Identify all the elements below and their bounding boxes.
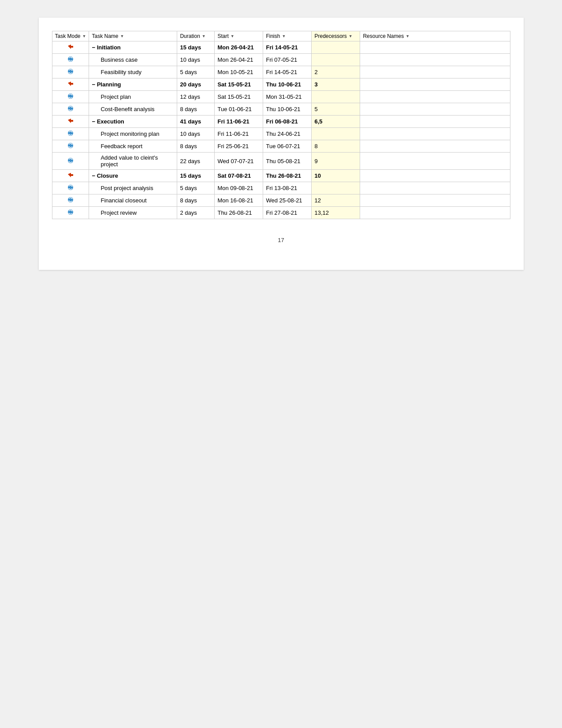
header-duration[interactable]: Duration ▼ bbox=[177, 31, 215, 41]
mode-cell bbox=[52, 140, 89, 153]
duration-cell: 15 days bbox=[177, 41, 215, 54]
task-name-cell: Added value to cleint's project bbox=[89, 153, 177, 170]
predecessors-cell: 13,12 bbox=[312, 207, 360, 219]
task-name-cell: Financial closeout bbox=[89, 194, 177, 207]
summary-prefix: − Closure bbox=[92, 172, 118, 179]
summary-prefix: − Execution bbox=[92, 118, 124, 125]
task-name-cell: Feedback report bbox=[89, 140, 177, 153]
predecessors-cell bbox=[312, 182, 360, 194]
resource-cell bbox=[360, 153, 510, 170]
resource-cell bbox=[360, 194, 510, 207]
resource-cell bbox=[360, 41, 510, 54]
table-row: Business case10 daysMon 26-04-21Fri 07-0… bbox=[52, 54, 510, 66]
header-start-arrow: ▼ bbox=[231, 34, 234, 38]
summary-prefix: − Initiation bbox=[92, 44, 120, 51]
table-row: Feedback report8 daysFri 25-06-21Tue 06-… bbox=[52, 140, 510, 153]
mode-cell bbox=[52, 41, 89, 54]
resource-cell bbox=[360, 54, 510, 66]
table-row: − Execution41 daysFri 11-06-21Fri 06-08-… bbox=[52, 116, 510, 128]
resource-cell bbox=[360, 182, 510, 194]
start-cell: Mon 26-04-21 bbox=[215, 54, 263, 66]
start-cell: Sat 15-05-21 bbox=[215, 91, 263, 103]
header-start-label: Start bbox=[217, 33, 228, 39]
header-name-arrow: ▼ bbox=[120, 34, 124, 38]
resource-cell bbox=[360, 91, 510, 103]
start-cell: Mon 10-05-21 bbox=[215, 66, 263, 78]
mode-cell bbox=[52, 170, 89, 182]
table-row: − Planning20 daysSat 15-05-21Thu 10-06-2… bbox=[52, 78, 510, 91]
header-mode[interactable]: Task Mode ▼ bbox=[52, 31, 89, 41]
mode-cell bbox=[52, 91, 89, 103]
header-finish[interactable]: Finish ▼ bbox=[263, 31, 312, 41]
finish-cell: Fri 07-05-21 bbox=[263, 54, 312, 66]
start-cell: Mon 16-08-21 bbox=[215, 194, 263, 207]
table-row: Post project analysis5 daysMon 09-08-21F… bbox=[52, 182, 510, 194]
task-name: Business case bbox=[92, 56, 174, 63]
task-name: Feasibility study bbox=[92, 69, 174, 75]
predecessors-cell bbox=[312, 41, 360, 54]
finish-cell: Fri 14-05-21 bbox=[263, 66, 312, 78]
resource-cell bbox=[360, 78, 510, 91]
finish-cell: Thu 10-06-21 bbox=[263, 78, 312, 91]
header-finish-label: Finish bbox=[266, 33, 280, 39]
mode-cell bbox=[52, 153, 89, 170]
mode-cell bbox=[52, 194, 89, 207]
start-cell: Fri 11-06-21 bbox=[215, 116, 263, 128]
duration-cell: 20 days bbox=[177, 78, 215, 91]
header-resource[interactable]: Resource Names ▼ bbox=[360, 31, 510, 41]
duration-cell: 12 days bbox=[177, 91, 215, 103]
finish-cell: Thu 26-08-21 bbox=[263, 170, 312, 182]
header-predecessors[interactable]: Predecessors ▼ bbox=[312, 31, 360, 41]
mode-cell bbox=[52, 66, 89, 78]
duration-cell: 8 days bbox=[177, 103, 215, 116]
task-name: Project plan bbox=[92, 93, 174, 100]
task-name: Added value to cleint's project bbox=[92, 154, 174, 168]
header-predecessors-label: Predecessors bbox=[314, 33, 346, 39]
finish-cell: Thu 10-06-21 bbox=[263, 103, 312, 116]
duration-cell: 15 days bbox=[177, 170, 215, 182]
resource-cell bbox=[360, 207, 510, 219]
finish-cell: Tue 06-07-21 bbox=[263, 140, 312, 153]
predecessors-cell bbox=[312, 54, 360, 66]
table-row: Project monitoring plan10 daysFri 11-06-… bbox=[52, 128, 510, 140]
svg-marker-7 bbox=[68, 82, 73, 86]
header-resource-arrow: ▼ bbox=[406, 34, 409, 38]
task-name-cell: Business case bbox=[89, 54, 177, 66]
mode-cell bbox=[52, 116, 89, 128]
resource-cell bbox=[360, 170, 510, 182]
task-name-cell: − Planning bbox=[89, 78, 177, 91]
finish-cell: Fri 13-08-21 bbox=[263, 182, 312, 194]
table-row: Feasibility study5 daysMon 10-05-21Fri 1… bbox=[52, 66, 510, 78]
start-cell: Fri 11-06-21 bbox=[215, 128, 263, 140]
predecessors-cell: 2 bbox=[312, 66, 360, 78]
table-row: Project plan12 daysSat 15-05-21Mon 31-05… bbox=[52, 91, 510, 103]
task-name-cell: − Initiation bbox=[89, 41, 177, 54]
header-start[interactable]: Start ▼ bbox=[215, 31, 263, 41]
table-row: − Initiation15 daysMon 26-04-21Fri 14-05… bbox=[52, 41, 510, 54]
header-resource-label: Resource Names bbox=[363, 33, 404, 39]
mode-cell bbox=[52, 103, 89, 116]
task-name-cell: Feasibility study bbox=[89, 66, 177, 78]
start-cell: Sat 15-05-21 bbox=[215, 78, 263, 91]
task-name: Project monitoring plan bbox=[92, 131, 174, 137]
svg-marker-14 bbox=[68, 119, 73, 123]
header-duration-arrow: ▼ bbox=[202, 34, 206, 38]
start-cell: Sat 07-08-21 bbox=[215, 170, 263, 182]
table-row: − Closure15 daysSat 07-08-21Thu 26-08-21… bbox=[52, 170, 510, 182]
table-row: Financial closeout8 daysMon 16-08-21Wed … bbox=[52, 194, 510, 207]
finish-cell: Fri 27-08-21 bbox=[263, 207, 312, 219]
header-name-label: Task Name bbox=[92, 33, 118, 39]
task-name: Financial closeout bbox=[92, 197, 174, 204]
task-name-cell: − Closure bbox=[89, 170, 177, 182]
task-name: Post project analysis bbox=[92, 185, 174, 191]
finish-cell: Fri 06-08-21 bbox=[263, 116, 312, 128]
predecessors-cell: 12 bbox=[312, 194, 360, 207]
finish-cell: Wed 25-08-21 bbox=[263, 194, 312, 207]
finish-cell: Fri 14-05-21 bbox=[263, 41, 312, 54]
task-name: Project review bbox=[92, 209, 174, 216]
header-mode-label: Task Mode bbox=[55, 33, 81, 39]
task-name-cell: Project plan bbox=[89, 91, 177, 103]
header-name[interactable]: Task Name ▼ bbox=[89, 31, 177, 41]
header-predecessors-arrow: ▼ bbox=[349, 34, 353, 38]
predecessors-cell: 8 bbox=[312, 140, 360, 153]
